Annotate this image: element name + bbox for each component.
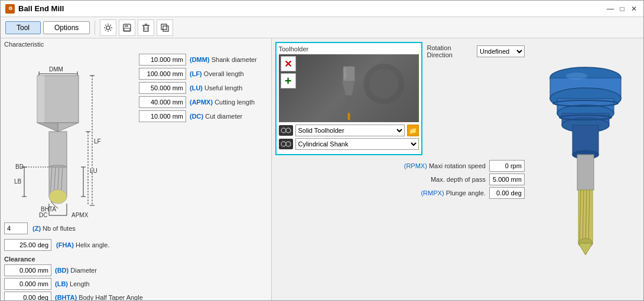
apmx-desc: Cutting length [214, 99, 255, 106]
svg-rect-9 [163, 26, 168, 31]
clearance-bd-row: (BD) Diameter [4, 264, 268, 276]
clearance-section: Clearance (BD) Diameter (LB) Length [1, 253, 271, 300]
characteristic-section: Characteristic [1, 38, 271, 49]
helix-input[interactable] [4, 239, 51, 251]
solid-th-icon [279, 125, 293, 136]
svg-text:DC: DC [39, 212, 47, 218]
title-bar: ⚙ Ball End Mill — □ ✕ [1, 1, 643, 17]
svg-rect-4 [144, 25, 148, 31]
clearance-lb-row: (LB) Length [4, 278, 268, 290]
maxdepth-label: Max. depth of pass [431, 176, 486, 183]
lu-input[interactable] [139, 82, 186, 94]
bd-input[interactable] [4, 264, 51, 276]
dmm-label: (DMM) Shank diameter [190, 56, 257, 63]
th-folder-button[interactable]: 📁 [407, 125, 419, 136]
svg-marker-18 [58, 123, 79, 132]
svg-text:APMX: APMX [71, 212, 89, 218]
cylindrical-shank-row: Cylindrical Shank [279, 138, 419, 150]
svg-point-80 [566, 73, 587, 80]
settings-icon-btn[interactable] [100, 19, 116, 36]
svg-rect-55 [347, 113, 350, 120]
svg-marker-79 [578, 243, 593, 255]
minimize-button[interactable]: — [606, 4, 615, 14]
bhta-desc: Body Half Taper Angle [79, 294, 143, 300]
characteristic-label: Characteristic [4, 41, 268, 48]
dc-abbrev: (DC) [190, 113, 203, 120]
svg-text:LB: LB [14, 178, 22, 185]
toolholder-preview: ✕ + [279, 54, 419, 122]
helix-desc: Helix angle. [76, 241, 109, 248]
apmx-label: (APMX) Cutting length [190, 99, 255, 106]
main-window: ⚙ Ball End Mill — □ ✕ Tool Options [0, 0, 644, 301]
th-preview-svg [279, 54, 419, 122]
left-column: Characteristic DMM [1, 38, 272, 300]
maxdepth-input[interactable] [489, 174, 525, 185]
rotation-select[interactable]: Undefined Right Left [477, 45, 525, 57]
svg-marker-53 [341, 81, 354, 96]
copy-icon [160, 23, 170, 32]
binoculars-icon [281, 126, 291, 135]
3d-tool-svg [532, 45, 639, 293]
rpmx-input[interactable] [489, 160, 525, 172]
toolbar: Tool Options [1, 17, 643, 38]
dc-label: (DC) Cut diameter [190, 113, 242, 120]
window-title: Ball End Mill [18, 4, 64, 13]
svg-point-60 [281, 142, 286, 146]
rotation-row: Rotation Direction Undefined Right Left [427, 44, 525, 58]
lb-input[interactable] [4, 278, 51, 290]
dc-input[interactable] [139, 110, 186, 122]
copy-icon-btn[interactable] [157, 19, 173, 36]
lb-desc: Length [70, 280, 90, 287]
svg-rect-16 [37, 76, 44, 123]
svg-rect-19 [49, 132, 67, 167]
svg-text:DMM: DMM [49, 66, 63, 73]
apmx-input[interactable] [139, 96, 186, 108]
rpmx-abbrev: (RPMX) [404, 162, 427, 169]
svg-marker-17 [37, 123, 58, 132]
cylindrical-shank-select[interactable]: Cylindrical Shank [295, 138, 419, 150]
cylindrical-th-icon [279, 139, 293, 149]
bhta-abbrev: (BHTA) [55, 294, 77, 300]
rmpx-desc: Plunge angle. [446, 189, 486, 197]
param-dc-row: (DC) Cut diameter [139, 110, 269, 122]
save-icon-btn[interactable] [119, 19, 135, 36]
maximize-button[interactable]: □ [617, 4, 627, 14]
preview-bg [279, 54, 419, 122]
lf-desc: Overall length [204, 70, 244, 77]
rotation-label: Rotation Direction [427, 44, 473, 58]
lf-input[interactable] [139, 68, 186, 80]
param-dmm-row: (DMM) Shank diameter [139, 54, 269, 66]
app-icon: ⚙ [5, 4, 15, 14]
tab-options[interactable]: Options [43, 21, 90, 34]
title-controls: — □ ✕ [606, 4, 639, 14]
lf-label: (LF) Overall length [190, 70, 244, 77]
svg-point-0 [106, 26, 110, 30]
delete-icon-btn[interactable] [138, 19, 154, 36]
main-layout: Characteristic DMM [1, 38, 643, 300]
lb-label: (LB) Length [55, 280, 90, 287]
solid-toolholder-row: Solid Toolholder 📁 [279, 125, 419, 136]
svg-point-58 [286, 128, 291, 133]
bd-desc: Diameter [70, 267, 97, 274]
flutes-input[interactable] [4, 223, 28, 234]
svg-point-26 [49, 189, 67, 204]
solid-toolholder-select[interactable]: Solid Toolholder [295, 125, 405, 136]
th-buttons-overlay: ✕ + [281, 56, 296, 89]
th-add-button[interactable]: + [281, 73, 296, 89]
dmm-input[interactable] [139, 54, 186, 66]
dmm-abbrev: (DMM) [190, 56, 210, 63]
helix-label: (FHA) Helix angle. [56, 241, 109, 248]
dmm-desc: Shank diameter [212, 56, 257, 63]
flutes-abbrev: (Z) [32, 225, 41, 232]
clearance-bhta-row: (BHTA) Body Half Taper Angle [4, 292, 268, 300]
rpmx-label: (RPMX) Maxi rotation speed [404, 162, 486, 169]
th-remove-button[interactable]: ✕ [281, 56, 296, 71]
toolbar-separator [95, 21, 95, 35]
param-lu-row: (LU) Useful length [139, 82, 269, 94]
lu-desc: Useful length [204, 84, 242, 91]
rmpx-input[interactable] [489, 187, 525, 199]
bhta-input[interactable] [4, 292, 51, 300]
close-button[interactable]: ✕ [629, 4, 639, 14]
tab-tool[interactable]: Tool [5, 21, 41, 34]
svg-rect-2 [125, 24, 128, 27]
